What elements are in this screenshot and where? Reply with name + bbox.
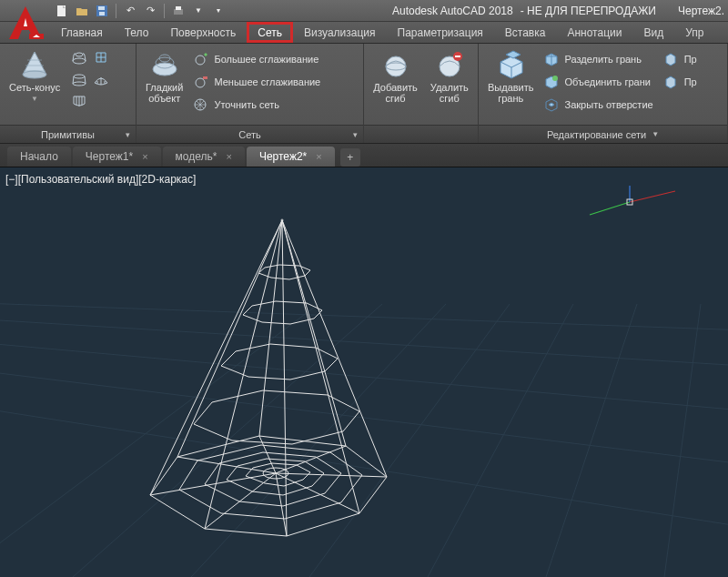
close-icon[interactable]: ×	[226, 151, 231, 162]
svg-point-15	[74, 75, 85, 78]
print-icon[interactable]	[169, 2, 187, 20]
svg-point-20	[196, 56, 205, 65]
merge-faces-button[interactable]: Объединить грани	[543, 72, 653, 92]
svg-marker-46	[150, 436, 387, 536]
svg-line-57	[150, 220, 282, 495]
svg-rect-8	[99, 12, 105, 15]
svg-marker-52	[194, 390, 359, 444]
cone-icon	[19, 49, 50, 80]
convert-button-2[interactable]: Пр	[662, 72, 697, 92]
ucs-icon	[575, 184, 684, 220]
svg-line-64	[177, 220, 282, 457]
tab-solid[interactable]: Тело	[114, 22, 160, 43]
panel-spacer	[420, 129, 422, 140]
split-face-icon	[543, 51, 560, 67]
refine-mesh-icon	[192, 96, 208, 113]
smooth-object-icon	[149, 49, 180, 80]
refine-mesh-button[interactable]: Уточнить сеть	[192, 95, 320, 115]
revolved-surface-icon[interactable]	[69, 47, 89, 67]
tab-mesh[interactable]: Сеть	[247, 22, 293, 43]
panel-expander-icon[interactable]: ▾	[353, 130, 358, 139]
svg-line-42	[630, 191, 675, 202]
tab-view[interactable]: Вид	[632, 22, 674, 43]
svg-point-27	[552, 76, 558, 81]
svg-marker-53	[221, 344, 338, 380]
viewport-label[interactable]: [−][Пользовательский вид][2D-каркас]	[5, 173, 196, 186]
mesh-settings-icon[interactable]	[91, 47, 111, 67]
tab-surface-icon[interactable]	[69, 91, 89, 111]
chevron-down-icon[interactable]: ▼	[652, 130, 659, 138]
quick-access-toolbar: ↶ ↷ ▼ ▾ Autodesk AutoCAD 2018 - НЕ ДЛЯ П…	[0, 0, 728, 22]
tab-parametric[interactable]: Параметризация	[387, 22, 494, 43]
svg-point-21	[196, 78, 205, 87]
tab-home[interactable]: Главная	[50, 22, 114, 43]
viewport[interactable]: [−][Пользовательский вид][2D-каркас]	[0, 167, 728, 577]
doc-tab[interactable]: Чертеж1* ×	[73, 147, 161, 167]
svg-line-72	[177, 457, 276, 473]
ruled-surface-icon[interactable]	[69, 69, 89, 89]
save-icon[interactable]	[93, 2, 111, 20]
chevron-down-icon[interactable]: ▼	[189, 2, 207, 20]
ribbon: Сеть-конус ▼	[0, 44, 728, 144]
panel-title: Примитивы	[41, 129, 95, 140]
app-title: Autodesk AutoCAD 2018	[392, 5, 513, 17]
add-crease-button[interactable]: Добавить сгиб	[369, 47, 421, 106]
close-icon[interactable]: ×	[142, 151, 147, 162]
box-icon	[662, 74, 679, 90]
doc-tab[interactable]: модель* ×	[163, 147, 245, 167]
svg-point-12	[23, 71, 46, 78]
close-icon[interactable]: ×	[316, 151, 321, 162]
title-suffix: - НЕ ДЛЯ ПЕРЕПРОДАЖИ	[521, 5, 656, 17]
svg-line-66	[205, 473, 276, 529]
mesh-cone-button[interactable]: Сеть-конус ▼	[5, 47, 64, 105]
tab-manage[interactable]: Упр	[674, 22, 714, 43]
smooth-object-button[interactable]: Гладкий объект	[142, 47, 187, 106]
add-tab-button[interactable]: +	[340, 148, 360, 167]
panel-mesh: Гладкий объект Большее сглаживание Меньш…	[136, 44, 364, 143]
new-icon[interactable]	[53, 2, 71, 20]
doc-tab-start[interactable]: Начало	[7, 147, 71, 167]
convert-button-1[interactable]: Пр	[662, 49, 697, 69]
box-icon	[662, 51, 679, 67]
close-hole-icon	[543, 96, 560, 113]
split-face-button[interactable]: Разделить грань	[543, 49, 653, 69]
mesh-cone-wireframe	[114, 195, 405, 559]
svg-point-13	[73, 58, 86, 64]
svg-line-71	[259, 436, 276, 473]
svg-rect-7	[98, 6, 105, 10]
primitive-mini-grid	[69, 47, 111, 111]
smooth-less-icon	[192, 74, 208, 90]
dropdown-icon[interactable]: ▾	[209, 2, 228, 20]
remove-crease-icon	[434, 49, 465, 80]
redo-icon[interactable]: ↷	[141, 2, 159, 20]
extrude-face-button[interactable]: Выдавить грань	[484, 47, 538, 106]
svg-point-14	[76, 53, 83, 56]
panel-primitives: Сеть-конус ▼	[0, 44, 136, 143]
smooth-more-button[interactable]: Большее сглаживание	[192, 49, 320, 69]
svg-line-43	[590, 202, 630, 215]
document-tabs: Начало Чертеж1* × модель* × Чертеж2* × +	[0, 144, 728, 167]
svg-marker-48	[205, 452, 341, 506]
tab-surface[interactable]: Поверхность	[159, 22, 247, 43]
doc-tab-active[interactable]: Чертеж2* ×	[247, 147, 335, 167]
chevron-down-icon: ▼	[31, 95, 38, 103]
smooth-less-button[interactable]: Меньшее сглаживание	[192, 72, 320, 92]
panel-expander-icon[interactable]: ▾	[126, 130, 130, 139]
edge-surface-icon[interactable]	[91, 69, 111, 89]
tab-annotate[interactable]: Аннотации	[556, 22, 632, 43]
panel-title: Редактирование сети	[547, 129, 646, 140]
svg-line-62	[282, 220, 346, 446]
svg-line-69	[276, 473, 387, 477]
app-logo[interactable]	[4, 4, 47, 42]
open-icon[interactable]	[73, 2, 91, 20]
undo-icon[interactable]: ↶	[121, 2, 139, 20]
add-crease-icon	[380, 49, 411, 80]
merge-faces-icon	[543, 74, 560, 90]
close-hole-button[interactable]: Закрыть отверстие	[543, 95, 653, 115]
svg-line-58	[205, 220, 282, 529]
tab-visualize[interactable]: Визуализация	[293, 22, 387, 43]
title-doc: Чертеж2.	[678, 5, 724, 17]
svg-line-59	[282, 220, 287, 536]
tab-insert[interactable]: Вставка	[494, 22, 557, 43]
remove-crease-button[interactable]: Удалить сгиб	[427, 47, 472, 106]
